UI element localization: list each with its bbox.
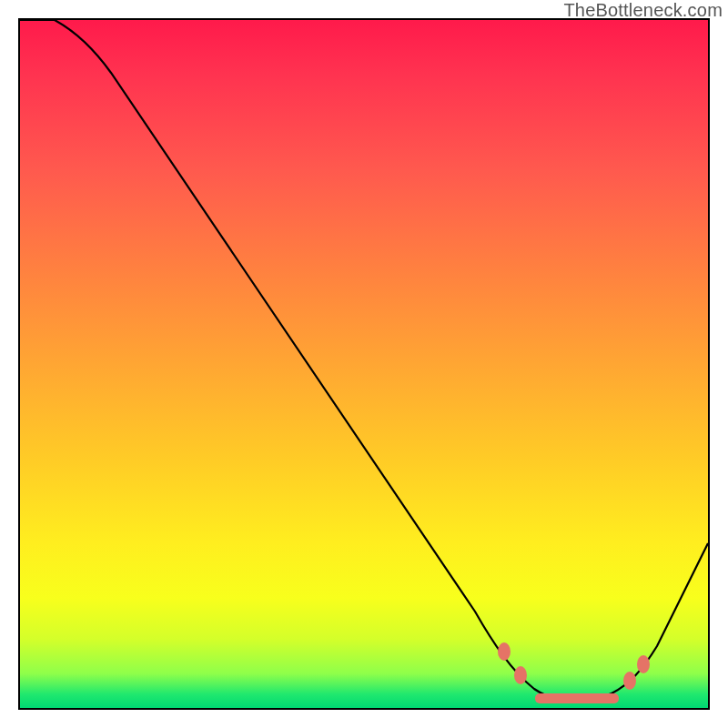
- bottleneck-curve: [20, 20, 708, 701]
- curve-layer: [20, 20, 708, 708]
- marker-dot: [623, 672, 636, 690]
- plot-area: [18, 18, 710, 710]
- marker-dot: [514, 666, 527, 684]
- chart-container: TheBottleneck.com: [0, 0, 728, 728]
- marker-segment: [535, 693, 619, 703]
- marker-dot: [498, 642, 511, 661]
- marker-dot: [637, 655, 650, 673]
